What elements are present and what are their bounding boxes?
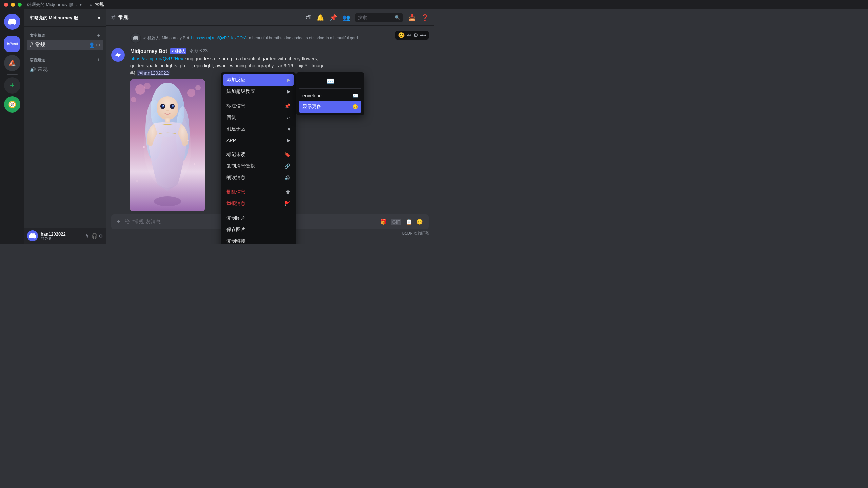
svg-point-22 <box>154 196 181 206</box>
arrow-icon: ▶ <box>287 138 290 143</box>
gif-icon[interactable]: GIF <box>391 219 401 225</box>
reply-avatar <box>130 33 141 43</box>
user-mention: @han1202022 <box>137 70 169 76</box>
message-action-bar: 😊 ↩ ⚙ ••• <box>395 30 429 40</box>
user-bar: han1202022 #1745 🎙 🎧 ⚙ <box>24 228 106 244</box>
server-icon-explore[interactable]: 🧭 <box>4 96 20 113</box>
gift-icon[interactable]: 🎁 <box>380 219 387 225</box>
traffic-light-red[interactable] <box>4 3 8 7</box>
notifications-icon[interactable]: 🔔 <box>317 14 324 21</box>
menu-item-copy-link2[interactable]: 复制链接 <box>223 236 294 244</box>
server-icon-boat[interactable]: ⛵ <box>4 55 20 71</box>
svg-point-20 <box>194 163 196 165</box>
emoji-submenu[interactable]: ✉️ envelope ✉️ 显示更多 😊 <box>296 72 364 115</box>
window-title: 韩曙亮的 Midjourney 服... <box>27 2 77 8</box>
menu-item-save-image[interactable]: 保存图片 <box>223 224 294 236</box>
menu-divider <box>223 99 294 99</box>
thread-icon: # <box>288 126 290 132</box>
link-icon: 🔗 <box>284 163 290 169</box>
search-bar[interactable]: 搜索 🔍 <box>355 13 403 22</box>
settings-icon[interactable]: ⚙ <box>96 42 100 48</box>
add-channel-icon[interactable]: + <box>97 32 100 38</box>
show-more-icon: 😊 <box>352 104 358 109</box>
sticker-icon[interactable]: 📋 <box>406 219 412 225</box>
voice-channels-header[interactable]: 语音频道 + <box>27 57 103 63</box>
bot-avatar <box>111 48 125 62</box>
more-icon[interactable]: ••• <box>420 32 426 38</box>
add-server-button[interactable]: + <box>4 77 20 94</box>
menu-item-mark-unread[interactable]: 标记未读 🔖 <box>223 149 294 160</box>
emoji-search-area: ✉️ <box>299 75 361 87</box>
members-icon[interactable]: 👥 <box>342 14 350 21</box>
message-header: Midjourney Bot ✔ 机器人 今天08:23 <box>130 48 429 54</box>
traffic-light-yellow[interactable] <box>11 3 15 7</box>
voice-channels-section: 语音频道 + 🔊 常规 <box>24 52 106 76</box>
user-icon[interactable]: 👤 <box>89 42 95 48</box>
bot-name: Midjourney Bot <box>130 48 167 54</box>
envelope-emoji: ✉️ <box>326 77 335 85</box>
menu-item-create-thread[interactable]: 创建子区 # <box>223 123 294 135</box>
emoji-react-icon[interactable]: 😊 <box>398 32 405 38</box>
chevron-down-icon: ▾ <box>98 15 100 21</box>
menu-divider-3 <box>223 185 294 185</box>
menu-item-app[interactable]: APP ▶ <box>223 135 294 146</box>
add-attachment-icon[interactable]: + <box>117 218 121 226</box>
add-voice-channel-icon[interactable]: + <box>97 57 100 63</box>
menu-divider-2 <box>223 147 294 147</box>
channel-item-voice[interactable]: 🔊 常规 <box>27 64 103 74</box>
arrow-icon: ▶ <box>287 78 290 82</box>
threads-icon[interactable]: #⃣ <box>305 14 311 21</box>
menu-item-copy-image[interactable]: 复制图片 <box>223 212 294 224</box>
context-menu[interactable]: 添加反应 ▶ 添加超级反应 ▶ 标注信息 📌 回复 ↩ 创建子区 <box>221 72 296 244</box>
reply-link[interactable]: https://s.mj.run/QvR2HexGOrA <box>191 36 247 40</box>
reply-action-icon[interactable]: ↩ <box>407 32 411 38</box>
pinned-icon[interactable]: 📌 <box>330 14 337 21</box>
bot-badge: ✔ 机器人 <box>170 48 186 54</box>
microphone-icon[interactable]: 🎙 <box>85 233 90 239</box>
message-link[interactable]: https://s.mj.run/QvR2Hex <box>130 56 183 61</box>
pin-icon: 📌 <box>284 103 290 109</box>
generated-image[interactable] <box>130 79 205 211</box>
server-header[interactable]: 韩曙亮的 Midjourney 服... ▾ <box>24 9 106 27</box>
inbox-icon[interactable]: 📥 <box>408 14 416 21</box>
menu-item-reply[interactable]: 回复 ↩ <box>223 112 294 123</box>
emoji-item-show-more[interactable]: 显示更多 😊 <box>299 101 361 113</box>
svg-point-14 <box>163 105 164 106</box>
emoji-item-envelope[interactable]: envelope ✉️ <box>299 90 361 101</box>
message-timestamp: 今天08:23 <box>189 48 208 54</box>
svg-point-5 <box>131 97 136 102</box>
svg-point-3 <box>187 89 195 97</box>
text-channels-header[interactable]: 文字频道 + <box>27 32 103 38</box>
menu-item-mark-info[interactable]: 标注信息 📌 <box>223 100 294 112</box>
main-content: # 常规 #⃣ 🔔 📌 👥 搜索 🔍 📥 ❓ � <box>106 9 434 244</box>
menu-item-delete[interactable]: 删除信息 🗑 <box>223 186 294 198</box>
traffic-light-green[interactable] <box>18 3 22 7</box>
username: han1202022 <box>41 231 83 237</box>
envelope-label: envelope <box>302 93 322 98</box>
headphone-icon[interactable]: 🎧 <box>92 233 97 239</box>
channel-item-regular[interactable]: # 常规 👤 ⚙ <box>27 40 103 50</box>
menu-item-add-reaction[interactable]: 添加反应 ▶ <box>223 74 294 86</box>
envelope-icon: ✉️ <box>352 93 358 98</box>
emoji-icon[interactable]: 😊 <box>416 219 423 225</box>
chevron-down-icon[interactable]: ▾ <box>80 2 82 7</box>
arrow-icon: ▶ <box>287 89 290 94</box>
server-icon-han[interactable]: 亮的M服 <box>4 36 20 52</box>
menu-item-copy-link[interactable]: 复制消息链接 🔗 <box>223 160 294 172</box>
server-icon-discord[interactable] <box>4 14 20 30</box>
svg-point-23 <box>144 106 191 188</box>
user-tag: #1745 <box>41 237 83 241</box>
settings-icon[interactable]: ⚙ <box>99 233 103 239</box>
reply-text-preview: a beautiful breathtaking goddess of spri… <box>249 36 362 40</box>
menu-item-add-super-reaction[interactable]: 添加超级反应 ▶ <box>223 86 294 97</box>
svg-point-2 <box>144 83 151 89</box>
trash-icon: 🗑 <box>285 189 290 195</box>
menu-divider-4 <box>223 211 294 211</box>
help-icon[interactable]: ❓ <box>421 14 429 21</box>
message-item: 😊 ↩ ⚙ ••• ✔ 机器人 Midjourney Bot https://s… <box>106 31 434 45</box>
svg-point-21 <box>136 180 138 182</box>
search-placeholder: 搜索 <box>358 15 367 21</box>
menu-item-report[interactable]: 举报消息 🚩 <box>223 198 294 209</box>
menu-item-read-message[interactable]: 朗读消息 🔊 <box>223 172 294 183</box>
tune-icon[interactable]: ⚙ <box>413 32 418 38</box>
